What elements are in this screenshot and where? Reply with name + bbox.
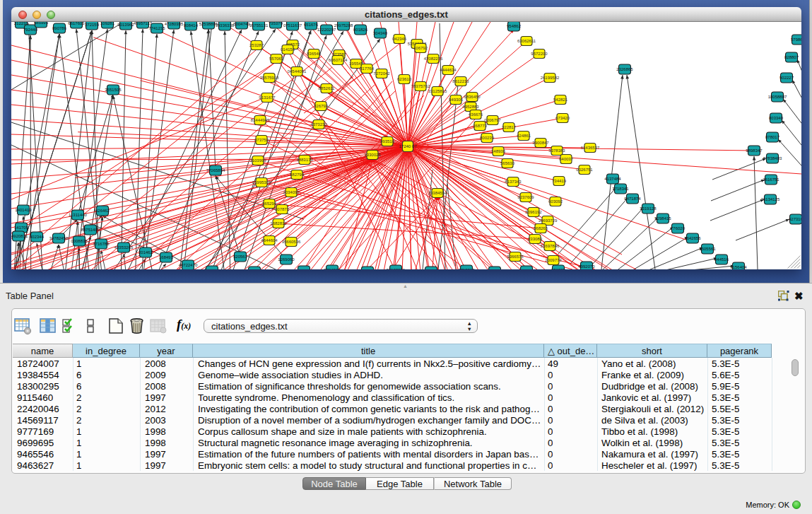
- svg-text:673420: 673420: [555, 116, 570, 120]
- svg-text:792440: 792440: [23, 28, 38, 32]
- svg-text:47280385: 47280385: [165, 22, 184, 26]
- svg-text:0718818: 0718818: [458, 268, 475, 269]
- svg-text:168773: 168773: [473, 124, 488, 128]
- svg-text:073750: 073750: [254, 138, 269, 142]
- svg-text:427316: 427316: [789, 217, 801, 221]
- svg-text:51697846: 51697846: [541, 244, 560, 248]
- svg-text:87838483: 87838483: [763, 156, 782, 160]
- svg-text:8612213: 8612213: [452, 79, 469, 83]
- svg-text:317764: 317764: [360, 66, 375, 71]
- svg-text:776020: 776020: [671, 226, 686, 230]
- svg-text:39693729: 39693729: [539, 218, 558, 223]
- svg-text:34782450: 34782450: [49, 236, 69, 240]
- svg-text:954862: 954862: [507, 24, 522, 28]
- svg-text:557063: 557063: [269, 57, 284, 61]
- svg-text:64920831: 64920831: [11, 234, 28, 238]
- svg-text:1505561: 1505561: [699, 247, 716, 251]
- svg-text:734419: 734419: [552, 179, 567, 183]
- svg-text:372159: 372159: [85, 23, 100, 27]
- svg-text:3103993: 3103993: [249, 158, 266, 163]
- svg-text:93100251: 93100251: [387, 268, 406, 269]
- svg-text:493516: 493516: [380, 139, 395, 144]
- svg-text:623610: 623610: [397, 77, 412, 81]
- svg-text:808414: 808414: [184, 23, 199, 28]
- svg-text:18058887: 18058887: [768, 95, 787, 99]
- svg-text:800239: 800239: [480, 136, 495, 140]
- svg-text:26199582: 26199582: [541, 76, 560, 80]
- svg-text:7741215: 7741215: [148, 26, 165, 30]
- svg-text:01995305: 01995305: [252, 180, 271, 185]
- svg-text:582794: 582794: [290, 173, 305, 177]
- svg-text:2616751: 2616751: [763, 177, 779, 182]
- svg-text:4373233: 4373233: [310, 122, 327, 127]
- svg-text:9237609: 9237609: [517, 195, 534, 199]
- svg-text:95755131: 95755131: [249, 23, 269, 28]
- svg-text:426462: 426462: [95, 209, 110, 213]
- svg-text:931925: 931925: [551, 268, 566, 269]
- svg-text:042346: 042346: [392, 37, 407, 41]
- svg-text:7718341: 7718341: [612, 187, 629, 191]
- svg-text:436676: 436676: [469, 112, 483, 117]
- svg-text:424861: 424861: [517, 134, 531, 138]
- svg-text:168493: 168493: [159, 255, 174, 259]
- svg-text:60607104: 60607104: [329, 58, 348, 62]
- svg-text:1330025: 1330025: [364, 153, 381, 157]
- svg-text:77065894: 77065894: [206, 168, 225, 173]
- svg-text:836546: 836546: [307, 52, 322, 56]
- svg-text:81444945: 81444945: [251, 118, 270, 122]
- svg-text:565294: 565294: [262, 201, 277, 206]
- svg-text:07511637: 07511637: [283, 23, 302, 28]
- svg-text:2009773: 2009773: [545, 258, 562, 262]
- svg-text:4137484: 4137484: [604, 177, 621, 181]
- svg-text:233080: 233080: [528, 237, 543, 241]
- svg-text:001826: 001826: [353, 28, 368, 32]
- svg-text:9131677: 9131677: [259, 95, 276, 100]
- svg-text:549306: 549306: [449, 98, 464, 102]
- svg-text:068265: 068265: [534, 226, 548, 230]
- svg-text:89751402: 89751402: [81, 228, 100, 232]
- svg-text:5585304: 5585304: [204, 269, 220, 269]
- svg-text:878017: 878017: [765, 135, 780, 139]
- svg-text:6836450: 6836450: [464, 95, 481, 99]
- svg-text:890786: 890786: [52, 26, 67, 30]
- svg-text:33125815: 33125815: [428, 89, 447, 93]
- svg-text:36134125: 36134125: [761, 197, 780, 201]
- svg-text:3883170: 3883170: [296, 158, 313, 162]
- svg-text:6617603: 6617603: [68, 22, 85, 25]
- svg-text:8852611: 8852611: [319, 86, 336, 90]
- svg-text:1401419: 1401419: [15, 208, 32, 212]
- svg-text:1269060: 1269060: [278, 257, 295, 262]
- svg-text:61436537: 61436537: [581, 146, 600, 150]
- svg-text:4644604: 4644604: [261, 238, 278, 243]
- svg-text:304348: 304348: [373, 31, 388, 35]
- svg-text:0471874: 0471874: [624, 197, 641, 201]
- svg-text:8137343: 8137343: [505, 180, 522, 184]
- svg-text:7272042: 7272042: [373, 71, 390, 76]
- svg-text:106792: 106792: [413, 46, 428, 50]
- svg-text:11311440: 11311440: [69, 213, 87, 217]
- svg-text:0206797: 0206797: [484, 118, 501, 122]
- svg-text:5298415: 5298415: [654, 216, 671, 221]
- svg-text:044516: 044516: [714, 257, 729, 262]
- svg-text:520561: 520561: [233, 255, 248, 259]
- svg-text:579868: 579868: [791, 37, 801, 42]
- svg-text:3900847: 3900847: [532, 141, 549, 145]
- svg-text:39336338: 39336338: [216, 23, 235, 28]
- svg-text:43353265: 43353265: [114, 245, 134, 250]
- svg-text:3716786: 3716786: [93, 242, 110, 246]
- svg-text:4319829: 4319829: [295, 269, 312, 269]
- svg-text:201462: 201462: [139, 250, 153, 255]
- svg-text:4952883: 4952883: [462, 105, 479, 109]
- svg-text:3319128: 3319128: [640, 206, 657, 211]
- svg-text:4992070: 4992070: [578, 264, 595, 269]
- svg-text:04544091: 04544091: [288, 69, 307, 74]
- svg-text:9156404: 9156404: [730, 265, 747, 269]
- svg-text:141705: 141705: [14, 226, 29, 230]
- svg-text:7642656: 7642656: [684, 236, 701, 240]
- svg-text:3551505: 3551505: [105, 88, 122, 92]
- svg-text:2034093: 2034093: [283, 190, 300, 194]
- svg-text:603092: 603092: [548, 199, 563, 204]
- svg-text:45957117: 45957117: [134, 22, 153, 25]
- svg-text:0026751: 0026751: [576, 168, 593, 172]
- svg-text:17240 07: 17240 07: [399, 144, 417, 148]
